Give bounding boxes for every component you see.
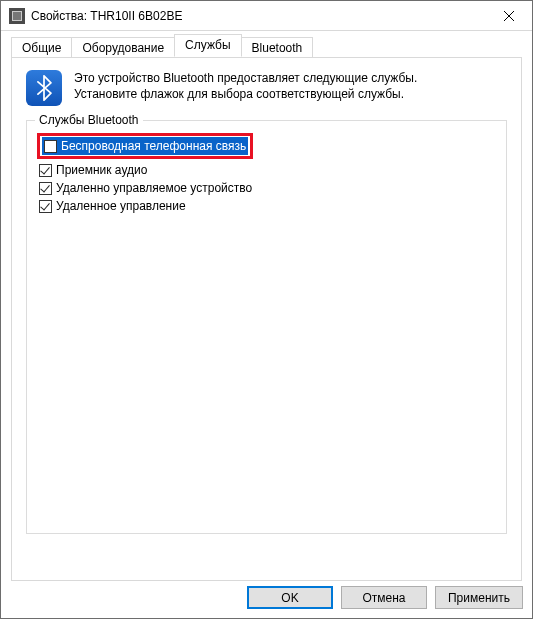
service-item-remote-control[interactable]: Удаленное управление	[37, 197, 496, 215]
service-label: Приемник аудио	[56, 162, 147, 178]
tab-panel-services: Это устройство Bluetooth предоставляет с…	[11, 57, 522, 581]
tab-services[interactable]: Службы	[174, 34, 241, 57]
services-group-legend: Службы Bluetooth	[35, 113, 143, 127]
service-checkbox[interactable]	[39, 182, 52, 195]
service-item-remote-controlled-device[interactable]: Удаленно управляемое устройство	[37, 179, 496, 197]
highlight-box: Беспроводная телефонная связь	[37, 133, 253, 159]
info-line-1: Это устройство Bluetooth предоставляет с…	[74, 71, 417, 85]
ok-button[interactable]: OK	[247, 586, 333, 609]
tab-bluetooth[interactable]: Bluetooth	[241, 37, 314, 58]
service-checkbox[interactable]	[39, 200, 52, 213]
bluetooth-icon	[26, 70, 62, 106]
tab-hardware[interactable]: Оборудование	[71, 37, 175, 58]
title-bar: Свойства: THR10II 6B02BE	[1, 1, 532, 31]
window-system-icon	[9, 8, 25, 24]
apply-button[interactable]: Применить	[435, 586, 523, 609]
cancel-button[interactable]: Отмена	[341, 586, 427, 609]
service-checkbox[interactable]	[44, 140, 57, 153]
dialog-button-row: OK Отмена Применить	[247, 586, 523, 609]
service-item-audio-sink[interactable]: Приемник аудио	[37, 161, 496, 179]
dialog-content: Общие Оборудование Службы Bluetooth Это …	[1, 31, 532, 581]
service-item-wireless-telephony[interactable]: Беспроводная телефонная связь	[42, 137, 248, 155]
service-label: Беспроводная телефонная связь	[61, 138, 246, 154]
tab-strip: Общие Оборудование Службы Bluetooth	[11, 35, 522, 57]
info-text: Это устройство Bluetooth предоставляет с…	[74, 70, 417, 102]
service-label: Удаленное управление	[56, 198, 186, 214]
services-group: Службы Bluetooth Беспроводная телефонная…	[26, 120, 507, 534]
window-close-button[interactable]	[486, 1, 532, 31]
service-label: Удаленно управляемое устройство	[56, 180, 252, 196]
info-line-2: Установите флажок для выбора соответству…	[74, 87, 404, 101]
window-title: Свойства: THR10II 6B02BE	[31, 9, 486, 23]
info-row: Это устройство Bluetooth предоставляет с…	[26, 70, 507, 106]
close-icon	[504, 11, 514, 21]
service-checkbox[interactable]	[39, 164, 52, 177]
tab-general[interactable]: Общие	[11, 37, 72, 58]
